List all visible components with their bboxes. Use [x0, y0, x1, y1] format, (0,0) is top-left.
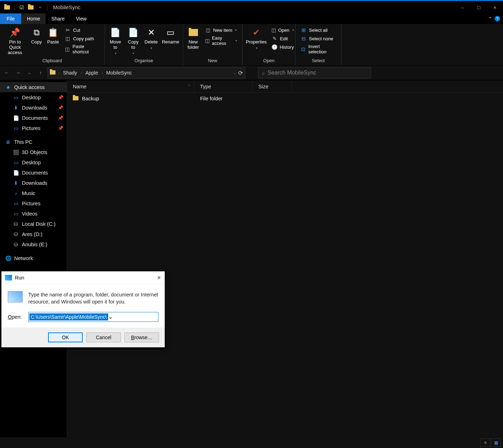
- sidebar-item-3d-objects[interactable]: ⬛3D Objects: [0, 147, 67, 157]
- folder-icon[interactable]: [27, 3, 35, 12]
- minimize-button[interactable]: ─: [454, 1, 470, 14]
- cut-button[interactable]: ✂Cut: [63, 26, 101, 34]
- sidebar-item-anubis-e[interactable]: ⛁Anubis (E:): [0, 239, 67, 249]
- new-item-button[interactable]: ◫New item: [203, 26, 239, 34]
- history-button[interactable]: 🕑History: [270, 43, 295, 51]
- sidebar-item-downloads[interactable]: ⬇Downloads📌: [0, 102, 67, 113]
- column-headers: Name⌃ Type Size: [67, 81, 503, 93]
- run-icon: [5, 275, 12, 281]
- copy-to-button[interactable]: 📄Copy to: [125, 25, 141, 57]
- collapse-ribbon-icon[interactable]: ⌃: [488, 16, 492, 22]
- status-bar: ≡ ▦: [0, 437, 503, 448]
- sidebar-item-pictures[interactable]: ▭Pictures: [0, 198, 67, 208]
- browse-button[interactable]: Browse…: [124, 332, 159, 342]
- column-name[interactable]: Name⌃: [67, 81, 194, 92]
- move-to-button[interactable]: 📄Move to: [107, 25, 123, 57]
- pin-icon: 📌: [9, 27, 21, 38]
- forward-button[interactable]: →: [13, 68, 23, 77]
- thumbnails-view-button[interactable]: ▦: [491, 438, 501, 447]
- select-none-button[interactable]: ⊟Select none: [299, 35, 338, 42]
- close-button[interactable]: ✕: [487, 1, 503, 14]
- drive-icon: ⛁: [13, 242, 19, 247]
- sort-asc-icon: ⌃: [188, 84, 191, 88]
- sidebar-item-desktop[interactable]: ▭Desktop: [0, 157, 67, 167]
- breadcrumb-item[interactable]: Apple: [84, 70, 99, 76]
- pin-icon: 📌: [58, 116, 63, 120]
- address-bar[interactable]: › Shady › Apple › MobileSync ⌄ ⟳: [47, 67, 245, 78]
- tab-file[interactable]: File: [0, 13, 21, 24]
- sidebar-item-desktop[interactable]: ▭Desktop📌: [0, 92, 67, 102]
- ribbon-tabs: File Home Share View ⌃ ?: [0, 13, 503, 24]
- sidebar-item-videos[interactable]: ▭Videos: [0, 208, 67, 219]
- new-folder-button[interactable]: New folder: [186, 25, 200, 52]
- tab-share[interactable]: Share: [46, 13, 70, 24]
- paste-shortcut-button[interactable]: ◫Paste shortcut: [63, 43, 101, 55]
- navigation-bar: ← → ⌄ ↑ › Shady › Apple › MobileSync ⌄ ⟳…: [0, 66, 503, 80]
- select-all-button[interactable]: ⊞Select all: [299, 26, 338, 34]
- up-button[interactable]: ↑: [36, 68, 45, 77]
- chevron-right-icon: ›: [79, 71, 83, 75]
- ok-button[interactable]: OK: [48, 332, 83, 342]
- rename-button[interactable]: ▭Rename: [161, 25, 180, 46]
- copy-button[interactable]: ⧉ Copy: [29, 25, 44, 46]
- select-none-icon: ⊟: [300, 35, 307, 42]
- sidebar-item-pictures[interactable]: ▭Pictures📌: [0, 123, 67, 133]
- properties-button[interactable]: ✔Properties: [245, 25, 267, 51]
- pin-quick-access-button[interactable]: 📌 Pin to Quick access: [3, 25, 27, 57]
- sidebar-this-pc[interactable]: 🖥This PC: [0, 137, 67, 147]
- column-type[interactable]: Type: [194, 81, 253, 92]
- network-icon: 🌐: [5, 255, 11, 261]
- run-icon: [8, 291, 23, 302]
- cancel-button[interactable]: Cancel: [86, 332, 121, 342]
- open-button[interactable]: ◫Open: [270, 26, 295, 34]
- refresh-button[interactable]: ⟳: [238, 70, 243, 76]
- breadcrumb-item[interactable]: Shady: [62, 70, 78, 76]
- checkbox-icon[interactable]: ☑: [17, 3, 26, 12]
- details-view-button[interactable]: ≡: [480, 438, 490, 447]
- copy-path-button[interactable]: ◫Copy path: [63, 35, 101, 42]
- delete-button[interactable]: ✕Delete: [143, 25, 159, 51]
- recent-dropdown[interactable]: ⌄: [25, 68, 34, 77]
- search-icon: ⌕: [262, 70, 265, 76]
- chevron-down-icon[interactable]: ⌄: [108, 313, 113, 320]
- sidebar-item-downloads[interactable]: ⬇Downloads: [0, 178, 67, 188]
- document-icon: 📄: [13, 115, 19, 121]
- easy-access-button[interactable]: ◫Easy access: [203, 35, 239, 47]
- tab-view[interactable]: View: [70, 13, 92, 24]
- column-size[interactable]: Size: [253, 81, 292, 92]
- easy-access-icon: ◫: [205, 37, 210, 44]
- maximize-button[interactable]: ☐: [470, 1, 487, 14]
- sidebar-quick-access[interactable]: ★Quick access: [0, 82, 67, 92]
- back-button[interactable]: ←: [2, 68, 11, 77]
- invert-selection-button[interactable]: ⊡Invert selection: [299, 43, 338, 55]
- ribbon: 📌 Pin to Quick access ⧉ Copy 📋 Paste ✂Cu…: [0, 24, 503, 66]
- sidebar-network[interactable]: 🌐Network: [0, 253, 67, 263]
- dropdown-icon[interactable]: ▾: [36, 3, 44, 12]
- navigation-pane: ★Quick access ▭Desktop📌 ⬇Downloads📌 📄Doc…: [0, 81, 67, 437]
- drive-icon: ⛁: [13, 231, 19, 237]
- copy-to-icon: 📄: [128, 27, 139, 38]
- chevron-right-icon: ›: [57, 71, 61, 75]
- sidebar-item-music[interactable]: ♪Music: [0, 188, 67, 198]
- pin-icon: 📌: [58, 105, 63, 110]
- file-row[interactable]: Backup File folder: [67, 93, 503, 105]
- pin-icon: 📌: [58, 95, 63, 100]
- search-input[interactable]: ⌕ Search MobileSync: [258, 67, 371, 78]
- paste-button[interactable]: 📋 Paste: [46, 25, 60, 46]
- select-all-icon: ⊞: [300, 27, 307, 33]
- folder-icon: [3, 3, 11, 12]
- new-folder-icon: [188, 27, 199, 38]
- open-input[interactable]: C:\Users\Samir\Apple\MobileSync\ ⌄: [28, 312, 158, 322]
- help-icon[interactable]: ?: [495, 16, 500, 22]
- tab-home[interactable]: Home: [21, 13, 46, 24]
- sidebar-item-documents[interactable]: 📄Documents: [0, 167, 67, 178]
- breadcrumb-item[interactable]: MobileSync: [106, 70, 133, 76]
- sidebar-item-documents[interactable]: 📄Documents📌: [0, 113, 67, 123]
- address-dropdown[interactable]: ⌄: [233, 71, 236, 75]
- sidebar-item-local-disk-c[interactable]: ⛁Local Disk (C:): [0, 219, 67, 229]
- group-label: Select: [298, 57, 338, 64]
- edit-button[interactable]: ✎Edit: [270, 35, 295, 42]
- sidebar-item-ares-d[interactable]: ⛁Ares (D:): [0, 229, 67, 239]
- close-button[interactable]: ✕: [157, 275, 161, 281]
- dialog-message: Type the name of a program, folder, docu…: [28, 291, 158, 306]
